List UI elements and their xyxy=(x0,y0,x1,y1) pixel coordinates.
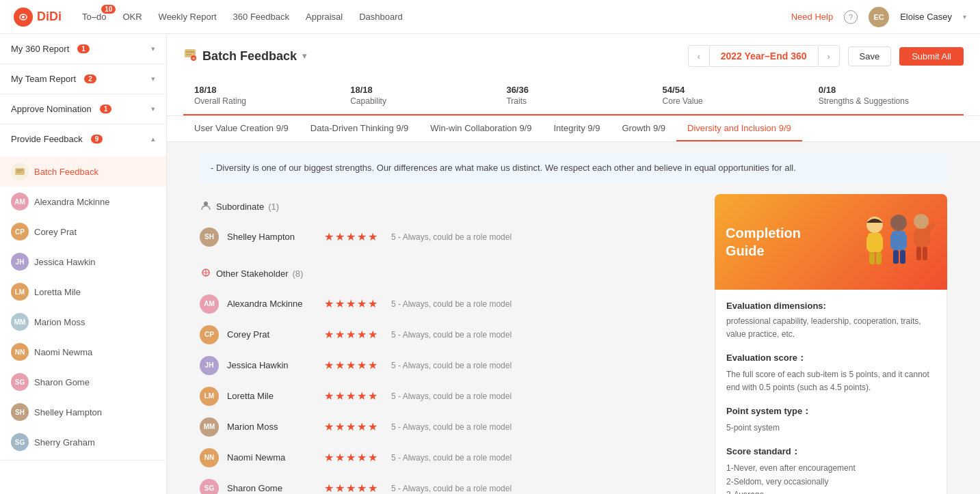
stat-core-value: 54/54 Core Value xyxy=(652,78,808,114)
sidebar-item-corey[interactable]: CP Corey Prat xyxy=(0,217,166,247)
star-5[interactable]: ★ xyxy=(368,328,378,341)
star-5[interactable]: ★ xyxy=(368,359,378,372)
stars-stakeholder-2[interactable]: ★ ★ ★ ★ ★ xyxy=(324,359,378,372)
star-3[interactable]: ★ xyxy=(346,482,356,494)
tab-integrity[interactable]: Integrity 9/9 xyxy=(542,116,611,141)
sidebar-item-sherry[interactable]: SG Sherry Graham xyxy=(0,427,166,457)
save-button[interactable]: Save xyxy=(848,46,892,66)
page-title: ≡ Batch Feedback ▾ xyxy=(183,48,306,64)
star-5[interactable]: ★ xyxy=(368,230,378,243)
star-2[interactable]: ★ xyxy=(335,482,345,494)
star-1[interactable]: ★ xyxy=(324,328,334,341)
star-3[interactable]: ★ xyxy=(346,328,356,341)
star-1[interactable]: ★ xyxy=(324,297,334,310)
star-3[interactable]: ★ xyxy=(346,230,356,243)
stars-stakeholder-4[interactable]: ★ ★ ★ ★ ★ xyxy=(324,420,378,433)
sidebar-header-team-report[interactable]: My Team Report 2 ▾ xyxy=(0,64,166,94)
stat-value-traits: 36/36 xyxy=(506,85,640,95)
year-next-button[interactable]: › xyxy=(818,45,840,67)
nav-okr[interactable]: OKR xyxy=(122,9,142,25)
star-2[interactable]: ★ xyxy=(335,297,345,310)
star-3[interactable]: ★ xyxy=(346,359,356,372)
tab-win-win[interactable]: Win-win Collaboration 9/9 xyxy=(419,116,542,141)
star-3[interactable]: ★ xyxy=(346,389,356,402)
rating-label-shelley-sub: 5 - Always, could be a role model xyxy=(391,232,512,242)
other-stakeholder-section-title: Other Stakeholder (8) xyxy=(200,261,698,289)
star-1[interactable]: ★ xyxy=(324,389,334,402)
user-name[interactable]: Eloise Casey xyxy=(900,12,952,22)
sidebar-item-naomi[interactable]: NN Naomi Newma xyxy=(0,337,166,367)
sidebar-item-loretta[interactable]: LM Loretta Mile xyxy=(0,277,166,307)
star-2[interactable]: ★ xyxy=(335,230,345,243)
star-5[interactable]: ★ xyxy=(368,451,378,464)
star-4[interactable]: ★ xyxy=(357,389,367,402)
star-5[interactable]: ★ xyxy=(368,420,378,433)
star-1[interactable]: ★ xyxy=(324,482,334,494)
star-4[interactable]: ★ xyxy=(357,230,367,243)
star-2[interactable]: ★ xyxy=(335,359,345,372)
star-2[interactable]: ★ xyxy=(335,420,345,433)
sidebar-item-marion[interactable]: MM Marion Moss xyxy=(0,307,166,337)
star-4[interactable]: ★ xyxy=(357,420,367,433)
sidebar-header-360-report[interactable]: My 360 Report 1 ▾ xyxy=(0,34,166,64)
star-1[interactable]: ★ xyxy=(324,451,334,464)
star-5[interactable]: ★ xyxy=(368,297,378,310)
sidebar-section-provide-feedback: Provide Feedback 9 ▴ Batch Feedback AM A… xyxy=(0,124,166,461)
sidebar-item-batch-feedback[interactable]: Batch Feedback xyxy=(0,156,166,187)
star-1[interactable]: ★ xyxy=(324,420,334,433)
stars-stakeholder-1[interactable]: ★ ★ ★ ★ ★ xyxy=(324,328,378,341)
star-4[interactable]: ★ xyxy=(357,482,367,494)
svg-rect-22 xyxy=(901,234,907,248)
user-chevron-icon[interactable]: ▾ xyxy=(963,13,966,20)
star-4[interactable]: ★ xyxy=(357,451,367,464)
nav-360[interactable]: 360 Feedback xyxy=(233,9,289,25)
tab-diversity[interactable]: Diversity and Inclusion 9/9 xyxy=(676,116,802,141)
sidebar-header-provide-feedback[interactable]: Provide Feedback 9 ▴ xyxy=(0,124,166,154)
sidebar-item-alexandra[interactable]: AM Alexandra Mckinne xyxy=(0,187,166,217)
star-3[interactable]: ★ xyxy=(346,297,356,310)
sidebar-item-shelley[interactable]: SH Shelley Hampton xyxy=(0,397,166,427)
batch-feedback-dropdown-icon[interactable]: ▾ xyxy=(302,51,306,61)
nav-weekly[interactable]: Weekly Report xyxy=(159,9,217,25)
logo[interactable]: DiDi xyxy=(14,8,62,27)
star-2[interactable]: ★ xyxy=(335,328,345,341)
guide-section-2: Point system type： 5-point system xyxy=(726,405,936,435)
need-help-link[interactable]: Need Help xyxy=(791,12,833,22)
submit-all-button[interactable]: Submit All xyxy=(899,47,964,66)
sidebar-item-sharon[interactable]: SG Sharon Gome xyxy=(0,367,166,397)
stars-stakeholder-5[interactable]: ★ ★ ★ ★ ★ xyxy=(324,451,378,464)
sidebar-item-jessica[interactable]: JH Jessica Hawkin xyxy=(0,247,166,277)
main-layout: My 360 Report 1 ▾ My Team Report 2 ▾ App… xyxy=(0,34,980,494)
nav-appraisal[interactable]: Appraisal xyxy=(306,9,343,25)
star-3[interactable]: ★ xyxy=(346,420,356,433)
tab-data-driven[interactable]: Data-Driven Thinking 9/9 xyxy=(300,116,420,141)
guide-section-text-2: 5-point system xyxy=(726,422,936,435)
svg-rect-30 xyxy=(923,247,927,260)
guide-figures xyxy=(854,208,936,276)
star-5[interactable]: ★ xyxy=(368,482,378,494)
star-4[interactable]: ★ xyxy=(357,359,367,372)
star-5[interactable]: ★ xyxy=(368,389,378,402)
avatar-sharon: SG xyxy=(11,373,29,391)
nav-todo[interactable]: To–do 10 xyxy=(82,9,106,25)
star-3[interactable]: ★ xyxy=(346,451,356,464)
tab-growth[interactable]: Growth 9/9 xyxy=(611,116,676,141)
stars-shelley-sub[interactable]: ★ ★ ★ ★ ★ xyxy=(324,230,378,243)
sidebar: My 360 Report 1 ▾ My Team Report 2 ▾ App… xyxy=(0,34,167,494)
star-2[interactable]: ★ xyxy=(335,451,345,464)
star-4[interactable]: ★ xyxy=(357,297,367,310)
star-1[interactable]: ★ xyxy=(324,359,334,372)
help-icon[interactable]: ? xyxy=(844,10,858,24)
stars-stakeholder-6[interactable]: ★ ★ ★ ★ ★ xyxy=(324,482,378,494)
star-1[interactable]: ★ xyxy=(324,230,334,243)
stars-stakeholder-0[interactable]: ★ ★ ★ ★ ★ xyxy=(324,297,378,310)
guide-section-title-3: Score standard： xyxy=(726,445,936,458)
tab-user-value[interactable]: User Value Creation 9/9 xyxy=(183,116,300,141)
star-4[interactable]: ★ xyxy=(357,328,367,341)
avatar-stakeholder-1: CP xyxy=(200,325,219,344)
year-prev-button[interactable]: ‹ xyxy=(688,45,710,67)
star-2[interactable]: ★ xyxy=(335,389,345,402)
sidebar-header-approve[interactable]: Approve Nomination 1 ▾ xyxy=(0,94,166,124)
nav-dashboard[interactable]: Dashboard xyxy=(359,9,403,25)
stars-stakeholder-3[interactable]: ★ ★ ★ ★ ★ xyxy=(324,389,378,402)
